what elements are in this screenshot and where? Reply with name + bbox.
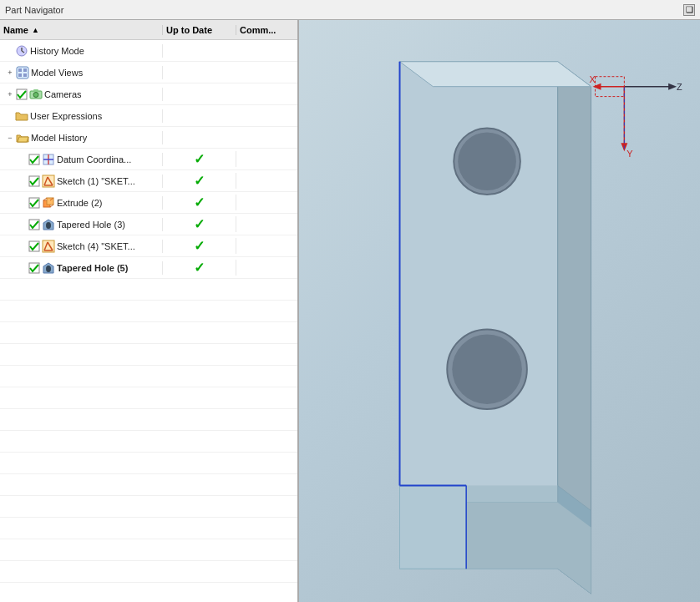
tree-row-model-history[interactable]: −Model History <box>0 127 297 149</box>
datum-icon <box>42 153 55 166</box>
checkbox-cameras[interactable] <box>16 89 28 100</box>
tree-row-sketch-4[interactable]: Sketch (4) "SKET...✓ <box>0 235 297 257</box>
svg-point-10 <box>33 92 38 97</box>
uptodate-cell-sketch-4: ✓ <box>163 238 236 254</box>
extrude-icon <box>42 196 55 210</box>
check-mark-sketch-1: ✓ <box>194 173 205 189</box>
label-tapered-hole-3: Tapered Hole (3) <box>57 220 125 230</box>
check-mark-sketch-4: ✓ <box>194 238 205 254</box>
name-cell-user-expressions: User Expressions <box>0 109 163 123</box>
left-panel: Name ▲ Up to Date Comm... History Mode+M… <box>0 20 299 602</box>
uptodate-cell-tapered-hole-3: ✓ <box>163 216 236 232</box>
svg-rect-11 <box>33 89 38 92</box>
uptodate-cell-extrude-2: ✓ <box>163 195 236 210</box>
check-mark-tapered-hole-3: ✓ <box>194 216 205 232</box>
expand-btn-cameras[interactable]: + <box>5 89 15 99</box>
name-cell-extrude-2: Extrude (2) <box>0 196 163 210</box>
checkbox-tapered-hole-5[interactable] <box>28 262 40 274</box>
check-mark-tapered-hole-5: ✓ <box>194 260 205 276</box>
svg-point-45 <box>458 132 516 190</box>
empty-row-0 <box>0 279 297 301</box>
label-model-views: Model Views <box>31 68 83 78</box>
tree-row-history-mode[interactable]: History Mode <box>0 40 297 62</box>
svg-marker-54 <box>593 83 601 90</box>
sort-arrow-icon[interactable]: ▲ <box>32 26 39 34</box>
empty-row-13 <box>0 561 297 583</box>
label-extrude-2: Extrude (2) <box>57 198 102 208</box>
tree-row-model-views[interactable]: +Model Views <box>0 62 297 83</box>
empty-row-5 <box>0 387 297 409</box>
tree-row-extrude-2[interactable]: Extrude (2)✓ <box>0 192 297 214</box>
svg-point-28 <box>46 222 51 229</box>
folder-icon <box>15 109 28 123</box>
title-bar-text: Part Navigator <box>5 5 63 15</box>
svg-rect-7 <box>23 73 27 77</box>
empty-row-1 <box>0 301 297 322</box>
hole-icon <box>42 261 55 275</box>
empty-row-6 <box>0 409 297 431</box>
tree-row-tapered-hole-5[interactable]: Tapered Hole (5)✓ <box>0 257 297 279</box>
name-cell-model-views: +Model Views <box>0 66 163 79</box>
empty-row-4 <box>0 366 297 387</box>
table-header: Name ▲ Up to Date Comm... <box>0 20 297 40</box>
expand-btn-model-views[interactable]: + <box>5 68 15 78</box>
label-history-mode: History Mode <box>30 46 84 56</box>
uptodate-cell-datum-coordinate: ✓ <box>163 151 236 167</box>
folder-open-icon <box>16 131 29 144</box>
svg-rect-6 <box>18 73 22 77</box>
empty-row-10 <box>0 496 297 518</box>
sketch-icon <box>42 240 55 253</box>
label-datum-coordinate: Datum Coordina... <box>57 154 131 164</box>
svg-text:Z: Z <box>677 82 682 92</box>
tree-row-tapered-hole-3[interactable]: Tapered Hole (3)✓ <box>0 214 297 235</box>
empty-row-8 <box>0 453 297 474</box>
name-cell-history-mode: History Mode <box>0 44 163 58</box>
tree-row-user-expressions[interactable]: User Expressions <box>0 105 297 127</box>
tree-row-cameras[interactable]: +Cameras <box>0 83 297 105</box>
label-sketch-4: Sketch (4) "SKET... <box>57 241 135 251</box>
sketch-icon <box>42 175 55 188</box>
tree-row-datum-coordinate[interactable]: Datum Coordina...✓ <box>0 149 297 170</box>
uptodate-cell-tapered-hole-5: ✓ <box>163 260 236 276</box>
checkbox-sketch-4[interactable] <box>28 240 40 252</box>
empty-row-11 <box>0 518 297 539</box>
checkbox-tapered-hole-3[interactable] <box>28 219 40 230</box>
check-mark-datum-coordinate: ✓ <box>194 151 205 167</box>
empty-row-12 <box>0 539 297 561</box>
check-mark-extrude-2: ✓ <box>194 195 205 210</box>
label-tapered-hole-5: Tapered Hole (5) <box>57 263 128 273</box>
col-uptodate-header: Up to Date <box>163 25 236 35</box>
checkbox-extrude-2[interactable] <box>28 197 40 209</box>
close-button[interactable]: ❑ <box>683 4 695 16</box>
empty-row-9 <box>0 474 297 496</box>
name-cell-model-history: −Model History <box>0 131 163 144</box>
checkbox-datum-coordinate[interactable] <box>28 154 40 165</box>
empty-row-7 <box>0 431 297 453</box>
tree-row-sketch-1[interactable]: Sketch (1) "SKET...✓ <box>0 170 297 192</box>
tree-container[interactable]: History Mode+Model Views+CamerasUser Exp… <box>0 40 297 602</box>
main-layout: Name ▲ Up to Date Comm... History Mode+M… <box>0 20 700 602</box>
svg-rect-4 <box>18 68 22 72</box>
name-cell-sketch-4: Sketch (4) "SKET... <box>0 240 163 253</box>
name-cell-cameras: +Cameras <box>0 88 163 101</box>
empty-row-2 <box>0 322 297 344</box>
label-cameras: Cameras <box>44 89 82 99</box>
empty-row-3 <box>0 344 297 366</box>
svg-marker-42 <box>400 486 467 569</box>
expand-btn-model-history[interactable]: − <box>5 133 15 143</box>
viewport[interactable]: X Z Y <box>299 20 700 602</box>
svg-marker-38 <box>400 62 591 87</box>
svg-marker-56 <box>668 83 677 90</box>
clock-icon <box>15 44 28 58</box>
name-cell-tapered-hole-5: Tapered Hole (5) <box>0 261 163 275</box>
checkbox-sketch-1[interactable] <box>28 175 40 187</box>
label-model-history: Model History <box>31 133 87 143</box>
name-cell-sketch-1: Sketch (1) "SKET... <box>0 175 163 188</box>
label-sketch-1: Sketch (1) "SKET... <box>57 176 135 186</box>
col-name-header[interactable]: Name ▲ <box>0 25 163 35</box>
col-comment-header: Comm... <box>236 25 297 35</box>
uptodate-cell-sketch-1: ✓ <box>163 173 236 189</box>
label-user-expressions: User Expressions <box>30 111 102 121</box>
title-bar: Part Navigator ❑ <box>0 0 700 20</box>
views-icon <box>16 66 29 79</box>
